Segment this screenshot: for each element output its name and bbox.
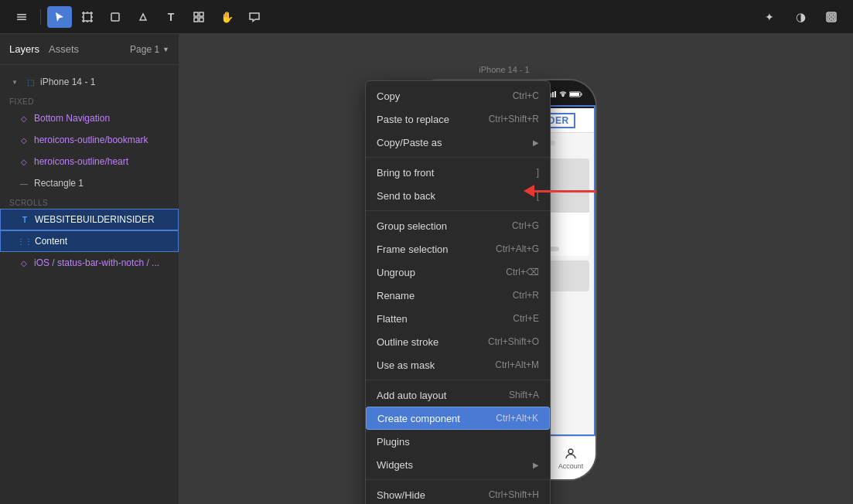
frame-icon: ⬚ [25, 77, 36, 87]
menu-flatten-label: Flatten [377, 313, 513, 325]
menu-sep-3 [366, 380, 550, 380]
menu-sep-4 [366, 479, 550, 480]
nav-account-label: Account [558, 462, 584, 470]
menu-ungroup-shortcut: Ctrl+⌫ [506, 267, 539, 278]
menu-widgets[interactable]: Widgets ▶ [366, 453, 550, 476]
menu-bring-front-label: Bring to front [377, 167, 537, 179]
layer-label: Bottom Navigation [34, 113, 110, 124]
cursor-tool-button[interactable] [47, 6, 72, 28]
menu-plugins[interactable]: Plugins [366, 430, 550, 453]
menu-button[interactable] [9, 6, 34, 28]
menu-use-as-mask[interactable]: Use as mask Ctrl+Alt+M [366, 353, 550, 376]
menu-group[interactable]: Group selection Ctrl+G [366, 214, 550, 237]
menu-ungroup[interactable]: Ungroup Ctrl+⌫ [366, 261, 550, 284]
menu-paste-replace-shortcut: Ctrl+Shift+R [489, 114, 539, 124]
layer-rectangle[interactable]: — Rectangle 1 [0, 172, 179, 194]
menu-copy-shortcut: Ctrl+C [513, 90, 539, 101]
layer-label: iPhone 14 - 1 [40, 77, 95, 87]
menu-group-label: Group selection [377, 220, 512, 232]
menu-rename-shortcut: Ctrl+R [513, 290, 539, 301]
menu-create-component[interactable]: Create component Ctrl+Alt+K [366, 407, 550, 430]
zoom-button[interactable] [819, 6, 844, 28]
menu-copy-paste-as[interactable]: Copy/Paste as ▶ [366, 131, 550, 154]
text-tool-button[interactable]: T [159, 6, 183, 28]
menu-show-hide[interactable]: Show/Hide Ctrl+Shift+H [366, 483, 550, 504]
context-menu: Copy Ctrl+C Paste to replace Ctrl+Shift+… [365, 80, 551, 504]
menu-paste-replace[interactable]: Paste to replace Ctrl+Shift+R [366, 107, 550, 131]
svg-rect-31 [570, 93, 579, 96]
comment-tool-button[interactable] [242, 6, 267, 28]
svg-rect-25 [832, 18, 834, 20]
grid-icon: ⋮⋮ [19, 236, 30, 247]
toolbar-left-tools: T ✋ [9, 6, 267, 28]
menu-create-component-label: Create component [377, 413, 496, 424]
diamond-icon-3: ◇ [19, 156, 29, 167]
layer-heart[interactable]: ◇ heroicons-outline/heart [0, 151, 179, 172]
phone-title: iPhone 14 - 1 [479, 65, 529, 74]
layers-panel: ▼ ⬚ iPhone 14 - 1 FIXED ◇ Bottom Navigat… [0, 65, 179, 504]
tab-assets[interactable]: Assets [49, 40, 79, 58]
canvas[interactable]: Copy Ctrl+C Paste to replace Ctrl+Shift+… [179, 34, 853, 504]
shape-tool-button[interactable] [103, 6, 128, 28]
tab-layers[interactable]: Layers [9, 40, 39, 58]
layer-websitebuilder[interactable]: T WEBSITEBUILDERINSIDER [0, 209, 179, 230]
page-selector-label: Page 1 [130, 44, 159, 55]
sidebar: Layers Assets Page 1 ▼ ▼ ⬚ iPhone 14 - 1… [0, 34, 179, 504]
svg-rect-16 [111, 13, 119, 21]
svg-rect-17 [194, 12, 198, 16]
nav-account: Account [558, 447, 584, 470]
pen-tool-button[interactable] [131, 6, 155, 28]
menu-outline-stroke[interactable]: Outline stroke Ctrl+Shift+O [366, 330, 550, 353]
menu-flatten[interactable]: Flatten Ctrl+E [366, 307, 550, 330]
menu-copy[interactable]: Copy Ctrl+C [366, 84, 550, 107]
menu-bring-front[interactable]: Bring to front ] [366, 161, 550, 184]
menu-bring-front-shortcut: ] [537, 167, 539, 178]
sparkle-button[interactable]: ✦ [757, 6, 782, 28]
text-icon: T [19, 214, 30, 225]
menu-sep-1 [366, 157, 550, 158]
svg-rect-2 [17, 19, 26, 20]
layer-iphone14[interactable]: ▼ ⬚ iPhone 14 - 1 [0, 71, 179, 93]
menu-widgets-label: Widgets [377, 459, 533, 471]
menu-copy-paste-as-label: Copy/Paste as [377, 137, 533, 148]
menu-plugins-label: Plugins [377, 436, 539, 448]
line-icon: — [19, 178, 29, 189]
theme-toggle-button[interactable]: ◑ [788, 6, 813, 28]
component-tool-button[interactable] [186, 6, 211, 28]
layer-bookmark[interactable]: ◇ heroicons-outline/bookmark [0, 129, 179, 151]
toolbar-divider-1 [40, 9, 41, 25]
layer-label: heroicons-outline/bookmark [34, 135, 148, 145]
layer-bottom-nav[interactable]: ◇ Bottom Navigation [0, 107, 179, 129]
menu-rename[interactable]: Rename Ctrl+R [366, 284, 550, 307]
svg-rect-29 [554, 91, 556, 97]
menu-add-auto-layout[interactable]: Add auto layout Shift+A [366, 383, 550, 407]
menu-add-auto-layout-label: Add auto layout [377, 390, 509, 401]
layer-label: heroicons-outline/heart [34, 156, 128, 167]
diamond-icon-4: ◇ [19, 257, 29, 268]
menu-outline-stroke-label: Outline stroke [377, 336, 488, 348]
svg-rect-18 [200, 12, 203, 16]
diamond-icon-2: ◇ [19, 135, 29, 145]
layer-content[interactable]: ⋮⋮ Content [0, 230, 179, 252]
layer-status-bar[interactable]: ◇ iOS / status-bar-with-notch / ... [0, 252, 179, 274]
menu-frame-shortcut: Ctrl+Alt+G [496, 243, 539, 254]
menu-send-back[interactable]: Send to back [ [366, 184, 550, 207]
chevron-icon: ▼ [162, 46, 169, 53]
frame-tool-button[interactable] [75, 6, 100, 28]
page-selector[interactable]: Page 1 ▼ [130, 44, 169, 55]
layer-label: WEBSITEBUILDERINSIDER [35, 214, 155, 225]
svg-rect-1 [17, 16, 26, 18]
menu-create-component-shortcut: Ctrl+Alt+K [496, 413, 538, 424]
menu-outline-stroke-shortcut: Ctrl+Shift+O [488, 336, 539, 347]
menu-flatten-shortcut: Ctrl+E [513, 313, 539, 324]
menu-frame[interactable]: Frame selection Ctrl+Alt+G [366, 237, 550, 261]
menu-send-back-label: Send to back [377, 190, 537, 202]
layer-label: Rectangle 1 [34, 178, 84, 189]
menu-sep-2 [366, 210, 550, 211]
arrow-right-icon: ▶ [533, 138, 539, 147]
arrow-right-icon-2: ▶ [533, 461, 539, 469]
menu-group-shortcut: Ctrl+G [512, 220, 539, 231]
hand-tool-button[interactable]: ✋ [214, 6, 239, 28]
toolbar: T ✋ ✦ ◑ [0, 0, 853, 34]
svg-rect-19 [194, 18, 198, 22]
